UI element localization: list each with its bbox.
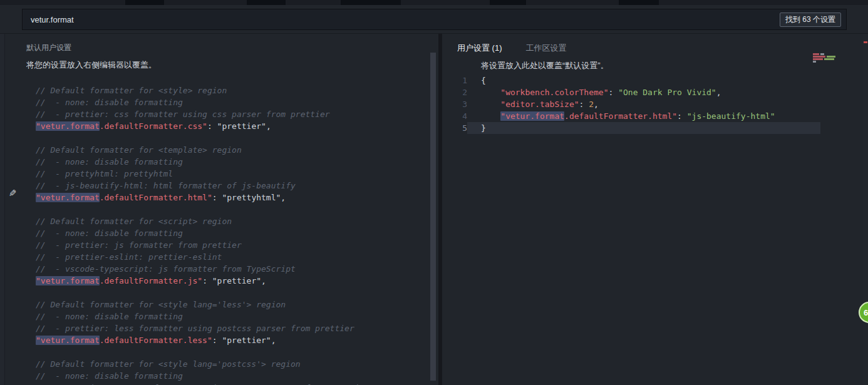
code-line-content: "vetur.format.defaultFormatter.html": "p… <box>36 192 438 203</box>
code-line[interactable]: // - prettyhtml: prettyhtml <box>36 168 438 180</box>
code-line-content: // - none: disable formatting <box>36 227 438 239</box>
minimap[interactable] <box>813 53 845 63</box>
code-line[interactable]: // - js-beautify-html: html formatter of… <box>36 180 438 192</box>
user-settings-pane: 用户设置 (1) 工作区设置 将设置放入此处以覆盖“默认设置”。 1{2 "wo… <box>442 34 868 385</box>
default-settings-hint: 将您的设置放入右侧编辑器以覆盖。 <box>26 59 438 71</box>
code-line[interactable]: // - prettier: postcss formatter using p… <box>36 382 438 385</box>
code-line-content: // - prettier-eslint: prettier-eslint <box>36 251 438 263</box>
left-edge-strip <box>0 34 5 385</box>
code-line-content: // Default formatter for <style> region <box>36 85 438 96</box>
user-settings-editor[interactable]: 1{2 "workbench.colorTheme": "One Dark Pr… <box>442 74 820 134</box>
code-line[interactable]: // - prettier: js formatter from prettie… <box>36 239 438 251</box>
code-line[interactable] <box>36 203 438 215</box>
line-number[interactable]: 2 <box>442 86 467 98</box>
code-line-content: // Default formatter for <template> regi… <box>36 144 438 156</box>
code-line-content: // Default formatter for <style lang='po… <box>36 358 438 370</box>
code-line-content: "vetur.format.defaultFormatter.less": "p… <box>36 334 438 346</box>
code-line-content: // Default formatter for <script> region <box>36 215 438 227</box>
tab-user-settings[interactable]: 用户设置 (1) <box>457 43 502 54</box>
code-line-content: } <box>467 122 820 134</box>
line-number[interactable]: 5 <box>442 122 467 134</box>
code-line[interactable] <box>36 287 438 299</box>
editor-tab[interactable] <box>247 0 286 5</box>
settings-search-row: vetur.format 找到 63 个设置 <box>0 5 868 34</box>
code-line[interactable]: 2 "workbench.colorTheme": "One Dark Pro … <box>442 86 820 98</box>
code-line-content: // Default formatter for <style lang='le… <box>36 299 438 311</box>
default-settings-editor[interactable]: // Default formatter for <style> region/… <box>36 85 438 385</box>
edit-setting-pencil-icon[interactable]: ✎ <box>9 188 17 199</box>
code-line-content: "vetur.format.defaultFormatter.css": "pr… <box>36 120 438 132</box>
code-line[interactable]: // - none: disable formatting <box>36 96 438 108</box>
settings-count-badge: 找到 63 个设置 <box>780 13 841 27</box>
code-line-content: // - prettier: css formatter using css p… <box>36 108 438 120</box>
code-line[interactable] <box>36 346 438 358</box>
code-line[interactable]: // Default formatter for <template> regi… <box>36 144 438 156</box>
code-line[interactable]: 5} <box>442 122 820 134</box>
code-line-content: "workbench.colorTheme": "One Dark Pro Vi… <box>467 86 820 98</box>
code-line-content: // - none: disable formatting <box>36 311 438 322</box>
overview-ruler-mark <box>864 41 867 43</box>
code-line[interactable]: // - vscode-typescript: js formatter fro… <box>36 263 438 275</box>
code-line[interactable]: // - none: disable formatting <box>36 156 438 168</box>
user-settings-hint: 将设置放入此处以覆盖“默认设置”。 <box>481 60 868 71</box>
code-line[interactable]: // - prettier-eslint: prettier-eslint <box>36 251 438 263</box>
code-line-content: // - vscode-typescript: js formatter fro… <box>36 263 438 275</box>
code-line-content: // - prettyhtml: prettyhtml <box>36 168 438 180</box>
line-number[interactable]: 1 <box>442 74 467 86</box>
code-line-content <box>36 346 438 358</box>
code-line[interactable]: // Default formatter for <script> region <box>36 215 438 227</box>
code-line-content <box>36 287 438 299</box>
code-line[interactable]: // - prettier: css formatter using css p… <box>36 108 438 120</box>
default-settings-title: 默认用户设置 <box>26 43 438 53</box>
editor-tab[interactable] <box>490 0 526 5</box>
line-number[interactable]: 3 <box>442 98 467 110</box>
settings-tabs: 用户设置 (1) 工作区设置 <box>457 43 868 54</box>
line-number[interactable]: 4 <box>442 110 467 122</box>
fab-count: 6 <box>864 308 868 317</box>
scrollbar-thumb[interactable] <box>430 53 436 381</box>
code-line-content: "editor.tabSize": 2, <box>467 98 820 110</box>
code-line[interactable]: 1{ <box>442 74 820 86</box>
code-line[interactable]: // - none: disable formatting <box>36 311 438 322</box>
code-line[interactable]: // - none: disable formatting <box>36 227 438 239</box>
code-line-content: "vetur.format.defaultFormatter.js": "pre… <box>36 275 438 287</box>
code-line-content: // - prettier: js formatter from prettie… <box>36 239 438 251</box>
code-line[interactable]: "vetur.format.defaultFormatter.js": "pre… <box>36 275 438 287</box>
code-line[interactable]: // Default formatter for <style> region <box>36 85 438 96</box>
code-line[interactable] <box>36 132 438 144</box>
code-line-content: // - prettier: postcss formatter using p… <box>36 382 438 385</box>
code-line-content: "vetur.format.defaultFormatter.html": "j… <box>467 110 820 122</box>
editor-tab[interactable] <box>125 0 164 5</box>
code-line-content: // - none: disable formatting <box>36 96 438 108</box>
code-line-content: // - prettier: less formatter using post… <box>36 322 438 334</box>
code-line[interactable]: "vetur.format.defaultFormatter.css": "pr… <box>36 120 438 132</box>
editor-tab[interactable] <box>619 0 659 5</box>
code-line-content: // - js-beautify-html: html formatter of… <box>36 180 438 192</box>
code-line[interactable]: 3 "editor.tabSize": 2, <box>442 98 820 110</box>
settings-split-view: 默认用户设置 将您的设置放入右侧编辑器以覆盖。 // Default forma… <box>0 34 868 385</box>
code-line-content: // - none: disable formatting <box>36 370 438 382</box>
overview-ruler[interactable] <box>863 34 868 385</box>
code-line[interactable]: // Default formatter for <style lang='le… <box>36 299 438 311</box>
search-query-text: vetur.format <box>31 15 74 24</box>
code-line[interactable]: "vetur.format.defaultFormatter.html": "p… <box>36 192 438 203</box>
code-line-content <box>36 203 438 215</box>
code-line[interactable]: // - prettier: less formatter using post… <box>36 322 438 334</box>
editor-tab[interactable] <box>341 0 401 5</box>
code-line[interactable]: 4 "vetur.format.defaultFormatter.html": … <box>442 110 820 122</box>
code-line-content: { <box>467 74 820 86</box>
code-line[interactable]: // Default formatter for <style lang='po… <box>36 358 438 370</box>
tab-strip <box>0 0 868 5</box>
settings-search-input[interactable]: vetur.format 找到 63 个设置 <box>22 9 847 30</box>
code-line-content: // - none: disable formatting <box>36 156 438 168</box>
code-line[interactable]: "vetur.format.defaultFormatter.less": "p… <box>36 334 438 346</box>
tab-workspace-settings[interactable]: 工作区设置 <box>526 43 567 54</box>
default-settings-pane: 默认用户设置 将您的设置放入右侧编辑器以覆盖。 // Default forma… <box>0 34 438 385</box>
code-line[interactable]: // - none: disable formatting <box>36 370 438 382</box>
code-line-content <box>36 132 438 144</box>
